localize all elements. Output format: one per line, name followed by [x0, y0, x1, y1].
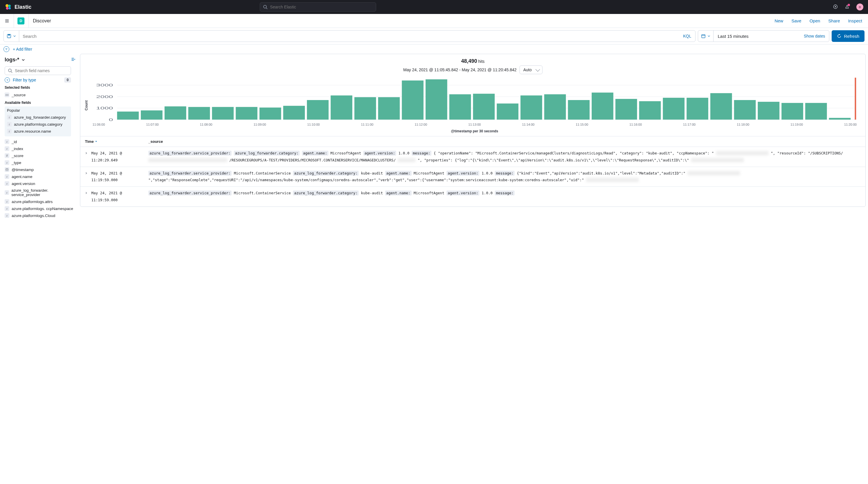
show-dates-button[interactable]: Show dates: [800, 34, 829, 38]
brand[interactable]: Elastic: [5, 3, 31, 10]
expand-row-icon[interactable]: [85, 170, 91, 184]
available-fields-label: Available fields: [5, 101, 75, 105]
field-item[interactable]: t_index: [5, 145, 75, 152]
svg-rect-53: [520, 95, 542, 120]
page-title: Discover: [33, 18, 51, 24]
histogram-svg: 0100020003000: [90, 78, 860, 121]
hits-label: hits: [478, 59, 485, 64]
add-filter-button[interactable]: + Add filter: [13, 47, 32, 52]
filter-settings-icon[interactable]: [3, 46, 9, 52]
action-new[interactable]: New: [775, 18, 783, 23]
main: logs-* Filter by type 0 Selected fields …: [0, 54, 868, 222]
collapse-sidebar-icon[interactable]: [71, 57, 75, 63]
query-input[interactable]: [19, 34, 679, 39]
field-item[interactable]: tazure_log_forwarder. service_provider: [5, 187, 75, 198]
action-save[interactable]: Save: [792, 18, 801, 23]
filter-count-badge: 0: [64, 78, 71, 83]
filter-by-type[interactable]: Filter by type 0: [5, 78, 71, 83]
field-item[interactable]: tazure.resource.name: [7, 128, 69, 135]
svg-text:0: 0: [109, 118, 113, 121]
field-item[interactable]: @timestamp: [5, 166, 75, 173]
svg-rect-56: [592, 92, 613, 120]
svg-rect-39: [188, 107, 210, 120]
expand-row-icon[interactable]: [85, 150, 91, 164]
query-language-toggle[interactable]: KQL: [679, 34, 695, 38]
svg-rect-26: [6, 169, 8, 171]
field-item[interactable]: tazure.platformlogs.Cloud: [5, 212, 75, 219]
svg-point-7: [835, 6, 836, 7]
expand-row-icon[interactable]: [85, 190, 91, 204]
chevron-down-icon: [13, 35, 16, 37]
nav-toggle[interactable]: [0, 14, 14, 28]
results-panel: 48,490 hits May 24, 2021 @ 11:05:45.842 …: [80, 54, 866, 207]
svg-rect-66: [829, 118, 850, 120]
app-subheader: D Discover New Save Open Share Inspect: [0, 14, 868, 28]
svg-rect-58: [639, 101, 660, 120]
svg-rect-55: [568, 100, 589, 120]
svg-point-3: [9, 7, 11, 9]
row-timestamp: May 24, 2021 @ 11:19:59.000: [91, 190, 148, 204]
index-pattern-selector[interactable]: logs-*: [5, 57, 25, 63]
selected-fields-label: Selected fields: [5, 86, 75, 90]
newsfeed-icon[interactable]: [845, 4, 849, 10]
svg-text:3000: 3000: [96, 83, 113, 87]
global-search-input[interactable]: [270, 5, 373, 9]
svg-rect-48: [402, 81, 423, 120]
action-open[interactable]: Open: [809, 18, 820, 23]
svg-rect-49: [426, 80, 447, 120]
global-search[interactable]: [260, 2, 376, 12]
date-quick-select[interactable]: [698, 31, 714, 41]
svg-rect-54: [544, 94, 566, 120]
svg-rect-61: [710, 93, 732, 120]
saved-query-button[interactable]: [4, 31, 19, 41]
hits-header: 48,490 hits: [80, 54, 865, 65]
help-icon[interactable]: [833, 4, 838, 10]
action-share[interactable]: Share: [829, 18, 840, 23]
field-item[interactable]: t_type: [5, 159, 75, 166]
sort-desc-icon: [95, 140, 97, 143]
row-source: azure_log_forwarder.service_provider: az…: [148, 150, 861, 164]
hamburger-icon: [5, 19, 9, 23]
svg-rect-42: [259, 108, 281, 120]
svg-text:1000: 1000: [96, 106, 113, 110]
histogram-chart[interactable]: Count 0100020003000 11:06:0011:07:0011:0…: [80, 77, 865, 136]
avatar[interactable]: o: [856, 3, 863, 10]
field-item[interactable]: t_id: [5, 138, 75, 145]
refresh-button[interactable]: Refresh: [832, 30, 865, 42]
svg-rect-37: [141, 111, 162, 120]
table-row: May 24, 2021 @ 11:20:29.649 azure_log_fo…: [80, 147, 865, 167]
hits-count: 48,490: [461, 58, 477, 64]
field-item[interactable]: tagent.name: [5, 173, 75, 180]
chart-interval-select[interactable]: Auto: [520, 65, 542, 74]
field-item[interactable]: tazure_log_forwarder.category: [7, 114, 69, 121]
calendar-icon: [701, 34, 706, 38]
field-item[interactable]: tazure.platformlogs. ccpNamespace: [5, 205, 75, 212]
field-item[interactable]: <>_source: [5, 91, 75, 98]
svg-rect-57: [616, 99, 637, 120]
col-source[interactable]: _source: [148, 139, 861, 144]
popular-label: Popular: [7, 108, 69, 113]
field-item[interactable]: #_score: [5, 152, 75, 159]
content: 48,490 hits May 24, 2021 @ 11:05:45.842 …: [80, 54, 868, 222]
refresh-icon: [837, 34, 841, 38]
chevron-down-icon: [707, 35, 710, 37]
svg-rect-62: [734, 100, 755, 120]
field-item[interactable]: tazure.platformlogs.attrs: [5, 198, 75, 205]
brand-name: Elastic: [14, 4, 31, 10]
row-source: azure_log_forwarder.service_provider: Mi…: [148, 190, 861, 204]
field-item[interactable]: tagent.version: [5, 180, 75, 187]
col-time[interactable]: Time: [85, 139, 148, 144]
svg-rect-46: [354, 97, 376, 120]
global-header: Elastic o: [0, 0, 868, 14]
filter-by-type-label: Filter by type: [13, 78, 36, 82]
svg-rect-65: [805, 103, 827, 120]
field-item[interactable]: tazure.platformlogs.category: [7, 121, 69, 128]
svg-rect-38: [165, 107, 186, 120]
field-search[interactable]: [5, 66, 71, 75]
chart-x-label: @timestamp per 30 seconds: [90, 129, 860, 133]
svg-point-0: [5, 4, 9, 7]
date-range-display[interactable]: Last 15 minutes: [714, 34, 800, 39]
field-search-input[interactable]: [15, 68, 68, 73]
action-inspect[interactable]: Inspect: [848, 18, 862, 23]
chevron-down-icon: [22, 58, 25, 62]
